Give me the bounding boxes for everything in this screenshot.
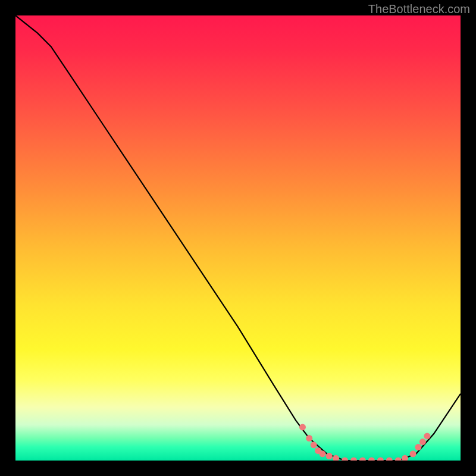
chart-marker-dot (368, 458, 375, 461)
chart-svg (15, 15, 461, 461)
chart-marker-dot (377, 458, 384, 461)
chart-marker-dot (350, 458, 357, 461)
attribution-text: TheBottleneck.com (368, 2, 470, 16)
chart-marker-dot (419, 439, 426, 445)
chart-marker-dot (342, 458, 348, 461)
chart-marker-dot (320, 450, 326, 457)
chart-marker-dot (311, 441, 317, 448)
chart-marker-dot (424, 433, 430, 439)
chart-marker-dot (306, 435, 312, 441)
chart-marker-dot (402, 455, 408, 461)
chart-marker-dot (299, 424, 306, 430)
chart-marker-dot (326, 453, 333, 459)
chart-marker-dot (410, 450, 416, 457)
chart-markers (299, 424, 430, 461)
chart-curve-line (15, 15, 461, 461)
chart-plot-area (15, 15, 461, 461)
chart-marker-dot (415, 444, 421, 450)
chart-marker-dot (395, 458, 402, 461)
chart-marker-dot (359, 458, 366, 461)
chart-marker-dot (386, 458, 393, 461)
